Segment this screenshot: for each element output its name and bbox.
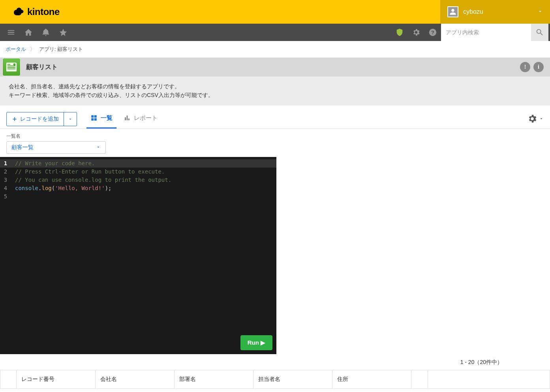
- chevron-down-icon: [539, 116, 544, 122]
- code-line-2: // Press Ctrl-Enter or Run button to exe…: [15, 168, 165, 175]
- table-header-record-no[interactable]: レコード番号: [17, 370, 96, 389]
- gear-icon: [527, 114, 537, 125]
- table-header-department[interactable]: 部署名: [175, 370, 253, 389]
- home-icon[interactable]: [21, 24, 36, 41]
- cloud-icon: [14, 7, 25, 17]
- tab-list[interactable]: 一覧: [86, 110, 116, 129]
- view-select[interactable]: 顧客一覧: [6, 141, 106, 154]
- search-input[interactable]: [441, 24, 531, 41]
- code-line-1: // Write your code here.: [15, 160, 95, 166]
- code-editor[interactable]: 1// Write your code here. 2// Press Ctrl…: [0, 157, 276, 354]
- add-record-dropdown[interactable]: [64, 112, 77, 126]
- chevron-down-icon: [68, 117, 73, 121]
- user-menu[interactable]: cybozu: [440, 0, 550, 24]
- app-title: 顧客リスト: [26, 63, 58, 71]
- menu-icon[interactable]: [3, 24, 19, 41]
- chevron-down-icon: [96, 144, 101, 151]
- table-header-contact[interactable]: 担当者名: [253, 370, 332, 389]
- svg-rect-3: [8, 64, 11, 65]
- svg-text:?: ?: [431, 30, 434, 35]
- alert-button[interactable]: !: [520, 62, 530, 72]
- bell-icon[interactable]: [38, 24, 54, 41]
- app-description: 会社名、担当者名、連絡先などお客様の情報を登録するアプリです。 キーワード検索、…: [0, 77, 550, 105]
- tab-report-label: レポート: [134, 114, 158, 122]
- brand-text: kintone: [27, 6, 60, 17]
- star-icon[interactable]: [55, 24, 71, 41]
- table-header-company[interactable]: 会社名: [96, 370, 175, 389]
- add-record-button-group: レコードを追加: [6, 112, 77, 126]
- avatar: [447, 6, 458, 17]
- view-select-value: 顧客一覧: [11, 144, 34, 151]
- brand-logo[interactable]: kintone: [14, 6, 60, 17]
- chevron-down-icon: [537, 9, 543, 15]
- table-header-row: レコード番号 会社名 部署名 担当者名 住所: [0, 370, 550, 389]
- app-desc-line2: キーワード検索、地域等の条件での絞り込み、リストのCSV入出力等が可能です。: [9, 91, 541, 99]
- table-header-blank-right: [411, 370, 428, 389]
- code-line-3: // You can use console.log to print the …: [15, 177, 171, 183]
- info-button[interactable]: i: [533, 62, 544, 72]
- view-label: 一覧名: [6, 133, 544, 140]
- breadcrumb-current: アプリ: 顧客リスト: [39, 46, 83, 53]
- code-line-4: console.log('Hello, World!');: [11, 184, 111, 192]
- pagination-info: 1 - 20（20件中）: [0, 354, 550, 370]
- table-header-blank-left: [0, 370, 17, 389]
- svg-rect-4: [8, 65, 16, 66]
- username: cybozu: [463, 8, 483, 15]
- add-record-button[interactable]: レコードを追加: [7, 112, 64, 126]
- shield-icon[interactable]: [391, 24, 408, 41]
- chart-bar-icon: [124, 114, 131, 121]
- table-header-extra: [428, 370, 550, 389]
- search-button[interactable]: [531, 24, 550, 41]
- app-settings-button[interactable]: [527, 114, 544, 125]
- table-header-address[interactable]: 住所: [332, 370, 411, 389]
- help-icon[interactable]: ?: [424, 24, 441, 41]
- svg-rect-6: [8, 69, 16, 69]
- plus-icon: [11, 116, 18, 122]
- tab-report[interactable]: レポート: [120, 110, 161, 129]
- breadcrumb-portal[interactable]: ポータル: [6, 46, 26, 53]
- breadcrumb: ポータル 〉 アプリ: 顧客リスト: [0, 41, 550, 58]
- svg-point-7: [13, 63, 16, 66]
- svg-rect-5: [8, 67, 16, 68]
- run-button[interactable]: Run ▶: [240, 335, 272, 350]
- breadcrumb-separator: 〉: [30, 46, 35, 53]
- grid-icon: [90, 114, 98, 121]
- gear-icon[interactable]: [408, 24, 424, 41]
- tab-list-label: 一覧: [101, 114, 113, 122]
- code-line-5: [11, 192, 15, 201]
- app-icon: [2, 58, 21, 76]
- app-desc-line1: 会社名、担当者名、連絡先などお客様の情報を登録するアプリです。: [9, 82, 541, 91]
- add-record-label: レコードを追加: [20, 116, 59, 123]
